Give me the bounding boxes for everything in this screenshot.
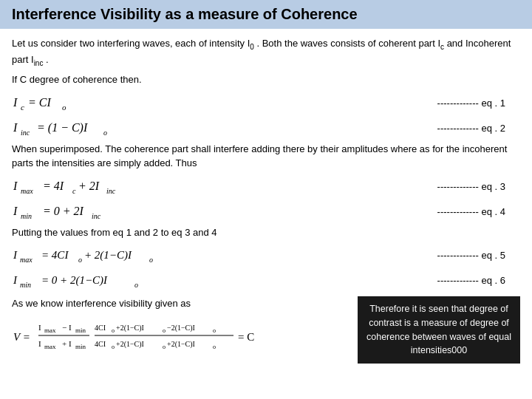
svg-text:+2(1−C)I: +2(1−C)I (116, 340, 144, 349)
svg-text:inc: inc (106, 187, 116, 195)
svg-text:max: max (21, 187, 33, 195)
equation-5-formula: I max = 4CI o + 2(1−C)I o (12, 244, 160, 267)
eq2-svg: I inc = (1 − C)I o (12, 117, 123, 137)
svg-text:= 0 + 2I: = 0 + 2I (43, 205, 84, 217)
equation-5-label: ------------- eq . 5 (160, 250, 520, 261)
equation-3-formula: I max = 4I c + 2I inc (12, 175, 160, 198)
svg-text:o: o (62, 103, 66, 112)
equation-4-row: I min = 0 + 2I inc ------------- eq . 4 (12, 200, 520, 223)
svg-text:inc: inc (92, 212, 101, 220)
conclusion-text: Therefore it is seen that degree of cont… (366, 304, 511, 355)
svg-text:o: o (112, 344, 115, 350)
svg-text:o: o (112, 327, 115, 334)
svg-text:min: min (75, 327, 86, 334)
svg-text:o: o (149, 256, 153, 264)
visibility-svg: V = I max − I min I max + I min 4CI o (12, 316, 330, 360)
svg-text:I: I (13, 180, 18, 192)
visibility-formula: V = I max − I min I max + I min 4CI o (12, 316, 350, 362)
svg-text:− I: − I (62, 323, 72, 332)
eq6-svg: I min = 0 + 2(1−C)I o (12, 269, 174, 290)
when-paragraph: When superimposed. The coherence part sh… (12, 142, 520, 171)
svg-text:4CI: 4CI (95, 340, 106, 348)
equation-1-formula: I c = CI o (12, 92, 160, 115)
title-bar: Interference Visibility as a measure of … (0, 0, 532, 29)
svg-text:= 0 + 2(1−C)I: = 0 + 2(1−C)I (41, 274, 108, 287)
eq1-svg: I c = CI o (12, 92, 78, 112)
svg-text:c: c (21, 103, 24, 112)
svg-text:= C: = C (238, 331, 254, 343)
equation-3-label: ------------- eq . 3 (160, 181, 520, 192)
svg-text:inc: inc (21, 129, 30, 137)
svg-text:o: o (103, 129, 107, 137)
svg-text:o: o (213, 344, 216, 350)
svg-text:o: o (78, 256, 82, 264)
svg-text:+ 2(1−C)I: + 2(1−C)I (84, 249, 132, 262)
svg-text:V =: V = (13, 331, 30, 343)
bottom-right-box: Therefore it is seen that degree of cont… (358, 296, 520, 364)
svg-text:min: min (20, 281, 31, 289)
svg-text:I: I (38, 323, 41, 332)
svg-text:min: min (75, 343, 86, 350)
svg-text:c: c (72, 187, 76, 195)
equation-6-row: I min = 0 + 2(1−C)I o ------------- eq .… (12, 269, 520, 292)
if-paragraph: If C degree of coherence then. (12, 72, 520, 87)
svg-text:+ 2I: + 2I (78, 180, 100, 192)
svg-text:o: o (213, 327, 216, 334)
svg-text:4CI: 4CI (95, 324, 106, 332)
equation-2-row: I inc = (1 − C)I o ------------- eq . 2 (12, 117, 520, 140)
svg-text:+2(1−C)I: +2(1−C)I (116, 324, 144, 332)
svg-text:−2(1−C)I: −2(1−C)I (167, 324, 195, 332)
svg-text:= (1 − C)I: = (1 − C)I (37, 121, 88, 134)
as-we-know-paragraph: As we know interference visibility given… (12, 296, 350, 311)
eq5-svg: I max = 4CI o + 2(1−C)I o (12, 244, 174, 265)
page-title: Interference Visibility as a measure of … (12, 6, 358, 22)
intro-paragraph: Let us consider two interfering waves, e… (12, 36, 520, 68)
content: Let us consider two interfering waves, e… (0, 29, 532, 371)
svg-text:= 4I: = 4I (43, 180, 64, 192)
bottom-left: As we know interference visibility given… (12, 296, 350, 362)
svg-text:min: min (21, 212, 32, 220)
svg-text:I: I (38, 339, 41, 348)
putting-paragraph: Putting the values from eq 1 and 2 to eq… (12, 225, 520, 240)
equation-1-row: I c = CI o ------------- eq . 1 (12, 92, 520, 115)
svg-text:o: o (163, 344, 166, 350)
svg-text:= 4CI: = 4CI (41, 249, 69, 261)
eq4-svg: I min = 0 + 2I inc (12, 200, 137, 221)
equation-2-formula: I inc = (1 − C)I o (12, 117, 160, 140)
svg-text:+ I: + I (62, 339, 72, 348)
svg-text:I: I (13, 274, 18, 286)
svg-text:I: I (13, 205, 18, 217)
equation-6-formula: I min = 0 + 2(1−C)I o (12, 269, 160, 292)
svg-text:max: max (44, 327, 56, 334)
svg-text:max: max (44, 343, 56, 350)
svg-text:= CI: = CI (28, 96, 51, 109)
equation-2-label: ------------- eq . 2 (160, 123, 520, 134)
equation-1-label: ------------- eq . 1 (160, 98, 520, 109)
svg-text:max: max (20, 256, 33, 264)
svg-text:o: o (134, 281, 138, 289)
equation-4-formula: I min = 0 + 2I inc (12, 200, 160, 223)
equation-4-label: ------------- eq . 4 (160, 206, 520, 217)
svg-text:o: o (163, 327, 166, 334)
svg-text:I: I (13, 96, 18, 109)
equation-6-label: ------------- eq . 6 (160, 275, 520, 286)
bottom-section: As we know interference visibility given… (12, 296, 520, 364)
equation-3-row: I max = 4I c + 2I inc ------------- eq .… (12, 175, 520, 198)
eq3-svg: I max = 4I c + 2I inc (12, 175, 137, 196)
page: Interference Visibility as a measure of … (0, 0, 532, 399)
equation-5-row: I max = 4CI o + 2(1−C)I o ------------- … (12, 244, 520, 267)
svg-text:I: I (13, 249, 18, 261)
svg-text:+2(1−C)I: +2(1−C)I (167, 340, 195, 349)
svg-text:I: I (13, 121, 18, 134)
